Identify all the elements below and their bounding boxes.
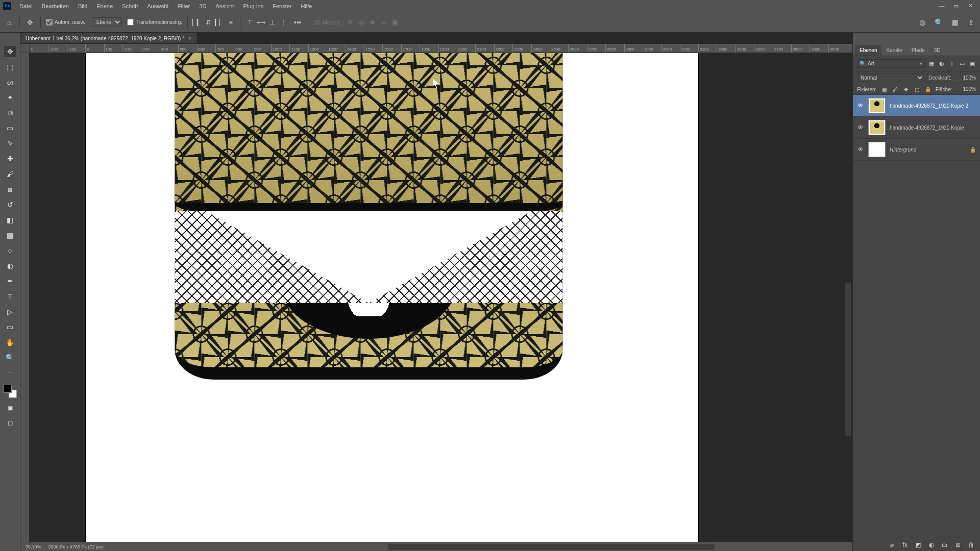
edit-toolbar-icon[interactable]: ⋯ bbox=[4, 367, 16, 379]
lock-transparency-icon[interactable]: ▦ bbox=[880, 87, 887, 92]
menu-auswahl[interactable]: Auswahl bbox=[143, 1, 173, 11]
menu-plugins[interactable]: Plug-ins bbox=[239, 1, 267, 11]
ruler-horizontal[interactable]: 0-200-1000100200300400500600700800900100… bbox=[30, 44, 852, 53]
filter-shape-icon[interactable]: ▭ bbox=[959, 60, 966, 67]
path-select-tool[interactable]: ▷ bbox=[4, 306, 16, 317]
distribute-h-icon[interactable]: ≡ bbox=[227, 18, 235, 27]
move-tool-icon[interactable]: ✥ bbox=[25, 17, 35, 28]
layer-thumbnail[interactable] bbox=[868, 142, 886, 157]
hand-tool[interactable]: ✋ bbox=[4, 337, 16, 348]
status-zoom[interactable]: 36,19% bbox=[26, 544, 41, 549]
window-maximize-icon[interactable]: ▭ bbox=[952, 3, 960, 9]
window-minimize-icon[interactable]: — bbox=[938, 3, 945, 9]
layer-name[interactable]: handmade-4926872_1920 Kopie bbox=[890, 125, 976, 131]
crop-tool[interactable]: ⧉ bbox=[4, 107, 16, 118]
lock-artboard-icon[interactable]: ▢ bbox=[914, 87, 920, 92]
filter-adjust-icon[interactable]: ◐ bbox=[938, 60, 945, 67]
history-brush-tool[interactable]: ↺ bbox=[4, 199, 16, 210]
shape-tool[interactable]: ▭ bbox=[4, 321, 16, 333]
tab-kanaele[interactable]: Kanäle bbox=[881, 45, 906, 56]
window-close-icon[interactable]: ✕ bbox=[967, 3, 974, 9]
menu-3d[interactable]: 3D bbox=[195, 1, 210, 11]
fill-value[interactable]: 100% bbox=[957, 86, 976, 92]
layer-thumbnail[interactable] bbox=[868, 120, 886, 135]
align-hcenter-icon[interactable]: ⇵ bbox=[204, 18, 212, 27]
lock-position-icon[interactable]: ✥ bbox=[902, 87, 909, 92]
menu-datei[interactable]: Datei bbox=[15, 1, 37, 11]
layer-name[interactable]: handmade-4926872_1920 Kopie 2 bbox=[890, 103, 976, 109]
healing-brush-tool[interactable]: ✚ bbox=[4, 153, 16, 164]
align-top-icon[interactable]: ⊤ bbox=[246, 18, 254, 27]
menu-bild[interactable]: Bild bbox=[74, 1, 91, 11]
marquee-tool[interactable]: ⬚ bbox=[4, 61, 16, 72]
align-vcenter-icon[interactable]: ⟷ bbox=[257, 18, 265, 27]
link-layers-icon[interactable]: ⌀ bbox=[888, 541, 895, 548]
gradient-tool[interactable]: ▤ bbox=[4, 230, 16, 241]
adjustment-layer-icon[interactable]: ◐ bbox=[928, 541, 935, 548]
distribute-v-icon[interactable]: ⋮ bbox=[279, 18, 287, 27]
cloud-docs-icon[interactable]: ◍ bbox=[918, 18, 927, 27]
magic-wand-tool[interactable]: ✦ bbox=[4, 92, 16, 103]
search-icon[interactable]: 🔍 bbox=[934, 18, 943, 27]
delete-layer-icon[interactable]: 🗑 bbox=[968, 541, 975, 548]
transform-controls-input[interactable] bbox=[127, 19, 134, 26]
layer-visibility-icon[interactable]: 👁 bbox=[857, 124, 864, 131]
move-tool[interactable]: ✥ bbox=[4, 46, 16, 57]
brush-tool[interactable]: 🖌 bbox=[4, 168, 16, 180]
eyedropper-tool[interactable]: ✎ bbox=[4, 138, 16, 149]
layer-row[interactable]: 👁Hintergrund🔒 bbox=[853, 139, 980, 161]
new-layer-icon[interactable]: ⊞ bbox=[954, 541, 962, 548]
document-tab[interactable]: Unbenannt-1 bei 36,2% (handmade-4926872_… bbox=[20, 33, 197, 43]
frame-tool[interactable]: ▭ bbox=[4, 122, 16, 134]
blur-tool[interactable]: ○ bbox=[4, 245, 16, 256]
color-swatches[interactable] bbox=[4, 385, 17, 398]
new-group-icon[interactable]: 🗀 bbox=[941, 541, 948, 548]
menu-fenster[interactable]: Fenster bbox=[268, 1, 296, 11]
vertical-scrollbar[interactable] bbox=[845, 283, 851, 436]
tab-pfade[interactable]: Pfade bbox=[907, 45, 929, 56]
layer-visibility-icon[interactable]: 👁 bbox=[857, 146, 864, 153]
layer-row[interactable]: 👁handmade-4926872_1920 Kopie bbox=[853, 117, 980, 139]
menu-ansicht[interactable]: Ansicht bbox=[211, 1, 238, 11]
transform-controls-checkbox[interactable]: Transformationsstrg. bbox=[127, 19, 182, 26]
quick-mask-icon[interactable]: ▣ bbox=[4, 402, 16, 413]
workspace-icon[interactable]: ▦ bbox=[950, 18, 960, 27]
pen-tool[interactable]: ✒ bbox=[4, 276, 16, 287]
filter-pixel-icon[interactable]: ▦ bbox=[928, 60, 935, 67]
screen-mode-icon[interactable]: ▢ bbox=[4, 417, 16, 429]
lock-all-icon[interactable]: 🔒 bbox=[924, 87, 931, 92]
menu-schrift[interactable]: Schrift bbox=[118, 1, 142, 11]
foreground-color-swatch[interactable] bbox=[4, 385, 12, 393]
menu-hilfe[interactable]: Hilfe bbox=[297, 1, 316, 11]
filter-type-icon[interactable]: T bbox=[948, 60, 955, 67]
tab-ebenen[interactable]: Ebenen bbox=[855, 45, 881, 56]
ruler-vertical[interactable] bbox=[20, 53, 30, 542]
type-tool[interactable]: T bbox=[4, 291, 16, 302]
lock-paint-icon[interactable]: 🖌 bbox=[892, 87, 898, 92]
tab-3d[interactable]: 3D bbox=[929, 45, 945, 56]
menu-bearbeiten[interactable]: Bearbeiten bbox=[38, 1, 73, 11]
status-docinfo[interactable]: 3300 Px x 4765 Px (72 ppi) bbox=[48, 544, 104, 549]
layer-filter-dropdown[interactable]: 🔍 Art ▾ bbox=[857, 59, 925, 68]
home-icon[interactable]: ⌂ bbox=[4, 17, 14, 28]
layer-thumbnail[interactable] bbox=[868, 98, 886, 113]
horizontal-scrollbar[interactable] bbox=[388, 544, 715, 550]
layer-visibility-icon[interactable]: 👁 bbox=[857, 102, 864, 109]
menu-ebene[interactable]: Ebene bbox=[92, 1, 117, 11]
document-tab-close-icon[interactable]: × bbox=[188, 35, 191, 41]
dodge-tool[interactable]: ◐ bbox=[4, 260, 16, 271]
zoom-tool[interactable]: 🔍 bbox=[4, 352, 16, 363]
align-left-icon[interactable]: ▏▎ bbox=[193, 18, 201, 27]
auto-select-input[interactable] bbox=[46, 19, 53, 26]
filter-smart-icon[interactable]: ▣ bbox=[969, 60, 976, 67]
eraser-tool[interactable]: ◧ bbox=[4, 214, 16, 226]
share-icon[interactable]: ⇪ bbox=[967, 18, 976, 27]
layer-name[interactable]: Hintergrund bbox=[890, 147, 966, 153]
auto-select-target-dropdown[interactable]: Ebene bbox=[92, 17, 122, 27]
opacity-value[interactable]: 100% bbox=[955, 75, 976, 81]
more-options-icon[interactable]: ••• bbox=[292, 17, 303, 28]
document-canvas[interactable] bbox=[86, 53, 698, 542]
layer-row[interactable]: 👁handmade-4926872_1920 Kopie 2 bbox=[853, 95, 980, 117]
align-bottom-icon[interactable]: ⊥ bbox=[268, 18, 276, 27]
lasso-tool[interactable]: ᔕ bbox=[4, 77, 16, 88]
